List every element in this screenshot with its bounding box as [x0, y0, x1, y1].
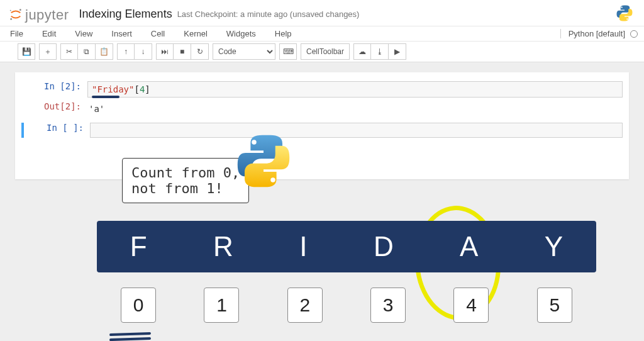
- letter-2: I: [299, 231, 307, 262]
- cloud-download-icon: ☁: [358, 47, 366, 56]
- svg-point-0: [19, 9, 21, 11]
- letter-0: F: [130, 231, 147, 262]
- notebook-area: In [2]: "Friday"[4] Out[2]: 'a' In [ ]: …: [15, 72, 629, 179]
- letter-5: Y: [545, 231, 563, 262]
- cut-icon: ✂: [66, 47, 72, 56]
- svg-point-5: [252, 140, 257, 145]
- move-up-button[interactable]: ↑: [117, 43, 135, 60]
- letter-4: A: [460, 231, 478, 262]
- jupyter-text: jupyter: [25, 7, 69, 23]
- arrow-up-icon: ↑: [124, 47, 128, 56]
- jupyter-logo: jupyter: [9, 6, 69, 23]
- open-button[interactable]: ⭳: [371, 43, 389, 60]
- output-2: 'a': [87, 101, 623, 116]
- toolbar: 💾 ＋ ✂ ⧉ 📋 ↑ ↓ ⏭ ■ ↻ Code ⌨ CellToolbar ☁…: [0, 42, 644, 62]
- index-1: 1: [204, 288, 239, 323]
- add-cell-button[interactable]: ＋: [39, 43, 57, 60]
- keyboard-icon: ⌨: [283, 47, 294, 56]
- svg-point-3: [621, 7, 623, 8]
- paste-icon: 📋: [99, 47, 109, 56]
- jupyter-orb-icon: [9, 8, 23, 21]
- slideshow-button[interactable]: ▶: [389, 43, 406, 60]
- notebook-header: jupyter Indexing Elements Last Checkpoin…: [0, 0, 644, 26]
- step-icon: ⏭: [161, 47, 169, 56]
- svg-point-4: [626, 18, 628, 20]
- cut-button[interactable]: ✂: [60, 43, 78, 60]
- kernel-status-icon: [630, 30, 638, 38]
- restart-button[interactable]: ↻: [191, 43, 209, 60]
- index-0: 0: [121, 288, 156, 323]
- prompt-in-2: In [2]:: [21, 81, 87, 98]
- menu-help[interactable]: Help: [275, 29, 292, 38]
- zero-underline: [109, 330, 151, 340]
- refresh-icon: ↻: [197, 47, 203, 56]
- index-row: 0 1 2 3 4 5: [97, 288, 596, 323]
- plus-icon: ＋: [44, 47, 52, 57]
- move-down-button[interactable]: ↓: [135, 43, 152, 60]
- tip-callout: Count from 0, not from 1!: [122, 158, 249, 203]
- svg-point-6: [270, 177, 275, 182]
- index-4: 4: [453, 288, 489, 323]
- python-logo-icon: [615, 4, 634, 25]
- emphasis-underline: [92, 96, 119, 98]
- run-button[interactable]: ⏭: [156, 43, 174, 60]
- command-palette-button[interactable]: ⌨: [279, 43, 297, 60]
- copy-icon: ⧉: [84, 47, 89, 56]
- index-2: 2: [287, 288, 323, 323]
- letter-3: D: [374, 231, 394, 262]
- menu-view[interactable]: View: [75, 29, 92, 38]
- prompt-in-blank: In [ ]:: [24, 123, 90, 138]
- menu-widgets[interactable]: Widgets: [226, 29, 256, 38]
- indexing-diagram: F R I D A Y 0 1 2 3 4 5: [15, 211, 629, 341]
- celltype-select[interactable]: Code: [213, 43, 275, 60]
- menu-insert[interactable]: Insert: [111, 29, 132, 38]
- menu-edit[interactable]: Edit: [42, 29, 56, 38]
- menu-kernel[interactable]: Kernel: [184, 29, 208, 38]
- cell-in-2[interactable]: In [2]: "Friday"[4]: [21, 81, 623, 98]
- menu-cell[interactable]: Cell: [151, 29, 165, 38]
- copy-button[interactable]: ⧉: [78, 43, 96, 60]
- svg-point-2: [10, 9, 11, 11]
- menu-file[interactable]: File: [10, 29, 23, 38]
- svg-point-1: [10, 18, 12, 20]
- code-input-2[interactable]: "Friday"[4]: [87, 81, 623, 98]
- save-icon: 💾: [22, 47, 31, 56]
- arrow-down-icon: ↓: [142, 47, 145, 56]
- code-input-blank[interactable]: [90, 123, 623, 138]
- kernel-name[interactable]: Python [default]: [569, 29, 625, 38]
- save-button[interactable]: 💾: [18, 43, 35, 60]
- notebook-title[interactable]: Indexing Elements: [79, 8, 172, 21]
- menubar: File Edit View Insert Cell Kernel Widget…: [0, 26, 644, 42]
- tip-line-2: not from 1!: [131, 181, 240, 196]
- paste-button[interactable]: 📋: [96, 43, 113, 60]
- index-3: 3: [370, 288, 406, 323]
- play-icon: ▶: [394, 47, 400, 56]
- index-5: 5: [537, 288, 572, 323]
- tip-line-1: Count from 0,: [131, 165, 240, 181]
- stop-button[interactable]: ■: [174, 43, 191, 60]
- stop-icon: ■: [180, 47, 184, 56]
- cell-out-2: Out[2]: 'a': [21, 101, 623, 116]
- letters-bar: F R I D A Y: [97, 221, 596, 272]
- open-icon: ⭳: [376, 47, 384, 56]
- checkpoint-text: Last Checkpoint: a minute ago (unsaved c…: [177, 9, 360, 19]
- letter-1: R: [213, 231, 233, 262]
- prompt-out-2: Out[2]:: [21, 101, 87, 116]
- cell-toolbar-button[interactable]: CellToolbar: [301, 43, 350, 60]
- python-snake-icon: [235, 133, 292, 191]
- download-button[interactable]: ☁: [353, 43, 371, 60]
- cell-in-blank[interactable]: In [ ]:: [21, 123, 623, 138]
